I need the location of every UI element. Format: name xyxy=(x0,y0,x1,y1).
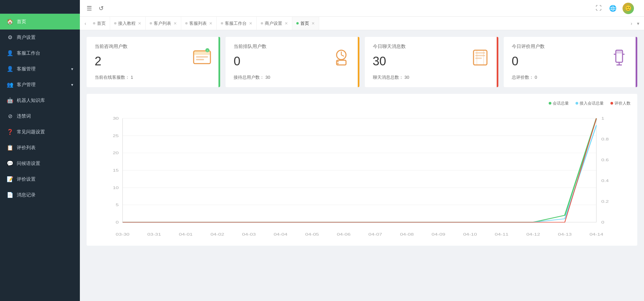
sidebar-item-customer-mgmt[interactable]: 👥 客户管理 ▾ xyxy=(0,77,80,93)
sidebar-label-workbench: 客服工作台 xyxy=(17,50,40,56)
tab-dot-workbench xyxy=(221,22,223,24)
sidebar-icon-customer-mgmt: 👥 xyxy=(7,81,13,88)
svg-text:04-04: 04-04 xyxy=(274,232,287,236)
svg-text:0: 0 xyxy=(116,220,119,224)
sidebar-label-msg-records: 消息记录 xyxy=(17,192,36,198)
tab-label-home2: 首页 xyxy=(300,20,309,26)
svg-text:1: 1 xyxy=(601,116,604,120)
sidebar-label-robot-kb: 机器人知识库 xyxy=(17,98,45,104)
tab-close-workbench[interactable]: ✕ xyxy=(249,21,252,26)
tab-label-merchant-settings: 商户设置 xyxy=(265,20,282,26)
svg-rect-3 xyxy=(196,59,204,60)
stat-card-footer-rating-users: 总评价数： 0 xyxy=(512,74,629,80)
sidebar-label-rating-list: 评价列表 xyxy=(17,145,36,151)
sidebar-icon-forbidden-words: ⊘ xyxy=(7,113,13,119)
stat-card-accent-chat-messages xyxy=(497,37,498,87)
avatar[interactable]: 🙂 xyxy=(623,3,634,14)
tab-dot-access-guide xyxy=(114,22,116,24)
main-content: ☰ ↺ ⛶ 🌐 🙂 ‹ 首页 接入教程 ✕ 客户列表 ✕ 客服列表 ✕ 客服工作… xyxy=(80,0,644,301)
tab-dot-home1 xyxy=(93,22,95,24)
tab-label-home1: 首页 xyxy=(97,20,106,26)
sidebar-item-agent-mgmt[interactable]: 👤 客服管理 ▾ xyxy=(0,61,80,77)
stat-card-icon-consulting-users: ✓ xyxy=(192,48,212,72)
svg-text:0: 0 xyxy=(601,220,604,224)
svg-text:0.4: 0.4 xyxy=(601,179,609,183)
stat-card-icon-rating-users xyxy=(609,48,629,72)
sidebar-label-faq: 常见问题设置 xyxy=(17,129,45,135)
stat-card-queue-users: 当前排队用户数 0 接待总用户数： 30 xyxy=(226,37,359,87)
sidebar-item-msg-records[interactable]: 📄 消息记录 xyxy=(0,187,80,203)
chart-container: 会话总量接入会话总量评价人数 05101520253000.20.40.60.8… xyxy=(87,94,637,246)
sidebar-icon-robot-kb: 🤖 xyxy=(7,97,13,104)
svg-rect-15 xyxy=(475,58,482,59)
chart-header: 会话总量接入会话总量评价人数 xyxy=(93,101,631,106)
legend-item: 评价人数 xyxy=(610,101,631,106)
tab-scroll-right[interactable]: › xyxy=(629,21,634,26)
tab-close-merchant-settings[interactable]: ✕ xyxy=(285,21,288,26)
svg-text:30: 30 xyxy=(113,116,119,120)
stat-card-footer-consulting-users: 当前在线客服数： 1 xyxy=(95,74,212,80)
tab-close-customer-list[interactable]: ✕ xyxy=(174,21,177,26)
svg-text:04-12: 04-12 xyxy=(526,232,540,236)
tab-close-access-guide[interactable]: ✕ xyxy=(138,21,141,26)
sidebar-item-robot-kb[interactable]: 🤖 机器人知识库 xyxy=(0,93,80,108)
svg-text:04-14: 04-14 xyxy=(590,232,603,236)
tab-dot-customer-list xyxy=(150,22,152,24)
tab-dot-home2 xyxy=(296,22,299,24)
sidebar-icon-merchant: ⚙ xyxy=(7,34,13,41)
sidebar-item-faq[interactable]: ❓ 常见问题设置 xyxy=(0,124,80,140)
sidebar-item-merchant[interactable]: ⚙ 商户设置 xyxy=(0,29,80,45)
svg-point-11 xyxy=(337,63,339,64)
tab-access-guide[interactable]: 接入教程 ✕ xyxy=(110,17,146,30)
sidebar-icon-home: 🏠 xyxy=(7,18,13,25)
sidebar-icon-faq: ❓ xyxy=(7,129,13,135)
tab-home1[interactable]: 首页 xyxy=(89,17,110,30)
stat-card-chat-messages: 今日聊天消息数 30 聊天消息总数： 30 xyxy=(365,37,498,87)
tab-close-home2[interactable]: ✕ xyxy=(311,21,315,26)
sidebar-icon-greeting: 💬 xyxy=(7,160,13,167)
tab-label-access-guide: 接入教程 xyxy=(118,20,136,26)
topbar-right: ⛶ 🌐 🙂 xyxy=(594,3,639,14)
tab-dot-agent-list xyxy=(185,22,188,24)
sidebar-item-greeting[interactable]: 💬 问候语设置 xyxy=(0,156,80,171)
legend-dot xyxy=(549,102,551,105)
svg-text:04-05: 04-05 xyxy=(305,232,319,236)
tab-scroll-left[interactable]: ‹ xyxy=(83,21,88,26)
tab-workbench[interactable]: 客服工作台 ✕ xyxy=(217,17,257,30)
menu-toggle-button[interactable]: ☰ xyxy=(85,3,93,13)
svg-text:03-30: 03-30 xyxy=(116,232,130,236)
sidebar-item-workbench[interactable]: 👤 客服工作台 xyxy=(0,45,80,61)
language-button[interactable]: 🌐 xyxy=(608,3,618,13)
tab-close-agent-list[interactable]: ✕ xyxy=(209,21,212,26)
stat-card-accent-rating-users xyxy=(636,37,637,87)
sidebar-label-agent-mgmt: 客服管理 xyxy=(17,66,36,72)
stat-card-icon-chat-messages xyxy=(470,48,490,72)
sidebar-item-rating-list[interactable]: 📋 评价列表 xyxy=(0,140,80,156)
sidebar-item-rating-settings[interactable]: 📝 评价设置 xyxy=(0,171,80,187)
stat-card-rating-users: 今日评价用户数 0 总评价数： 0 xyxy=(504,37,637,87)
tab-label-workbench: 客服工作台 xyxy=(225,20,247,26)
sidebar-label-greeting: 问候语设置 xyxy=(17,161,40,167)
tab-label-agent-list: 客服列表 xyxy=(189,20,207,26)
refresh-button[interactable]: ↺ xyxy=(97,3,105,13)
svg-text:04-08: 04-08 xyxy=(400,232,414,236)
tab-customer-list[interactable]: 客户列表 ✕ xyxy=(146,17,181,30)
svg-text:10: 10 xyxy=(113,186,119,190)
fullscreen-button[interactable]: ⛶ xyxy=(594,3,603,13)
sidebar-item-forbidden-words[interactable]: ⊘ 违禁词 xyxy=(0,108,80,124)
sidebar-item-home[interactable]: 🏠 首页 xyxy=(0,14,80,29)
tab-home2[interactable]: 首页 ✕ xyxy=(292,17,319,30)
svg-text:20: 20 xyxy=(113,151,119,155)
svg-text:5: 5 xyxy=(116,203,119,207)
legend-item: 接入会话总量 xyxy=(576,101,604,106)
svg-text:0.6: 0.6 xyxy=(601,158,609,162)
sidebar-icon-rating-settings: 📝 xyxy=(7,176,13,182)
tab-agent-list[interactable]: 客服列表 ✕ xyxy=(181,17,217,30)
stat-card-footer-chat-messages: 聊天消息总数： 30 xyxy=(373,74,490,80)
sidebar-icon-rating-list: 📋 xyxy=(7,144,13,151)
svg-text:✓: ✓ xyxy=(206,49,209,52)
sidebar-icon-msg-records: 📄 xyxy=(7,192,13,198)
tab-dropdown[interactable]: ▾ xyxy=(635,21,641,26)
svg-text:04-06: 04-06 xyxy=(337,232,351,236)
tab-merchant-settings[interactable]: 商户设置 ✕ xyxy=(257,17,292,30)
